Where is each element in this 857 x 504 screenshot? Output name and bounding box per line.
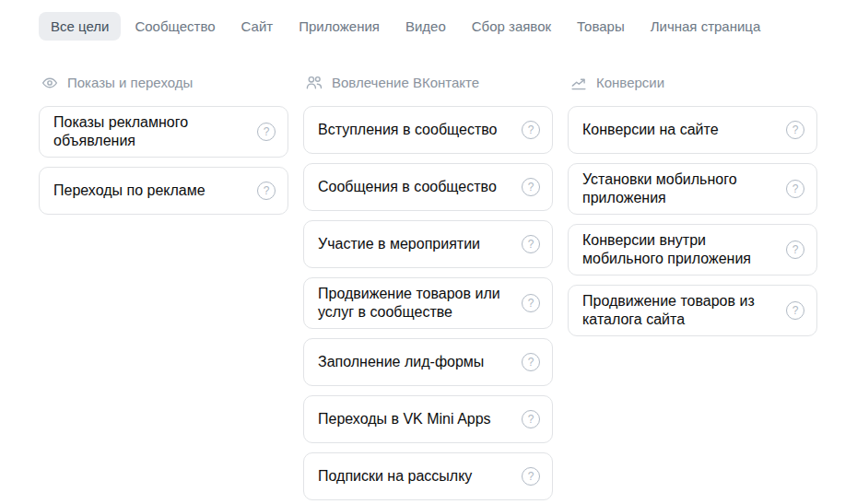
goal-card[interactable]: Переходы в VK Mini Apps ? <box>303 395 553 443</box>
tab-site[interactable]: Сайт <box>229 12 286 41</box>
section-title: Вовлечение ВКонтакте <box>332 74 479 92</box>
goal-card-label: Продвижение товаров или услуг в сообщест… <box>318 285 512 322</box>
help-icon[interactable]: ? <box>257 123 276 141</box>
goal-card-list: Вступления в сообщество ? Сообщения в со… <box>303 106 553 500</box>
goal-card-label: Показы рекламного объявления <box>53 113 248 150</box>
goal-section-conversions: Конверсии Конверсии на сайте ? Установки… <box>568 74 817 336</box>
tab-video[interactable]: Видео <box>393 12 458 41</box>
tab-personal-page[interactable]: Личная страница <box>639 12 773 41</box>
question-mark-glyph: ? <box>264 185 270 196</box>
goal-card-label: Вступления в сообщество <box>318 121 497 139</box>
help-icon[interactable]: ? <box>522 121 540 139</box>
goal-card[interactable]: Переходы по рекламе ? <box>39 167 288 215</box>
goal-card[interactable]: Установки мобильного приложения ? <box>568 163 817 215</box>
goal-section-impressions-and-clicks: Показы и переходы Показы рекламного объя… <box>39 74 288 215</box>
section-header: Показы и переходы <box>41 74 288 92</box>
goal-card-label: Переходы в VK Mini Apps <box>318 410 491 428</box>
help-icon[interactable]: ? <box>257 182 276 200</box>
goal-card-label: Продвижение товаров из каталога сайта <box>582 292 777 329</box>
tab-all-goals[interactable]: Все цели <box>39 12 121 41</box>
goal-card-label: Сообщения в сообщество <box>318 178 497 196</box>
question-mark-glyph: ? <box>528 182 534 193</box>
question-mark-glyph: ? <box>792 244 799 255</box>
goal-card-label: Заполнение лид-формы <box>318 353 484 371</box>
question-mark-glyph: ? <box>528 239 534 250</box>
goal-card-list: Показы рекламного объявления ? Переходы … <box>39 106 288 215</box>
tab-lead-forms[interactable]: Сбор заявок <box>460 12 563 41</box>
goal-card[interactable]: Конверсии на сайте ? <box>568 106 817 154</box>
tab-community[interactable]: Сообщество <box>123 12 227 41</box>
section-title: Конверсии <box>596 74 664 92</box>
section-title: Показы и переходы <box>67 74 193 92</box>
question-mark-glyph: ? <box>528 298 534 309</box>
goal-card-label: Конверсии внутри мобильного приложения <box>582 231 777 268</box>
trending-up-icon <box>569 74 588 92</box>
goal-card[interactable]: Показы рекламного объявления ? <box>39 106 288 158</box>
goal-card-label: Переходы по рекламе <box>53 182 205 200</box>
help-icon[interactable]: ? <box>522 235 540 253</box>
question-mark-glyph: ? <box>264 126 270 137</box>
help-icon[interactable]: ? <box>522 467 540 486</box>
help-icon[interactable]: ? <box>522 178 540 196</box>
question-mark-glyph: ? <box>792 183 799 194</box>
goal-card[interactable]: Подписки на рассылку ? <box>303 452 553 500</box>
help-icon[interactable]: ? <box>522 294 540 312</box>
goal-card[interactable]: Продвижение товаров из каталога сайта ? <box>568 285 817 336</box>
help-icon[interactable]: ? <box>786 180 804 198</box>
goal-card-label: Установки мобильного приложения <box>582 170 777 207</box>
question-mark-glyph: ? <box>528 414 534 425</box>
goal-card-label: Конверсии на сайте <box>582 121 719 139</box>
question-mark-glyph: ? <box>792 124 799 135</box>
goal-card[interactable]: Заполнение лид-формы ? <box>303 338 553 386</box>
goal-picker-page: Все целиСообществоСайтПриложенияВидеоСбо… <box>0 0 857 500</box>
question-mark-glyph: ? <box>528 124 534 135</box>
section-header: Вовлечение ВКонтакте <box>305 74 553 92</box>
question-mark-glyph: ? <box>528 471 534 482</box>
help-icon[interactable]: ? <box>786 240 804 259</box>
goal-section-vk-engagement: Вовлечение ВКонтакте Вступления в сообще… <box>303 74 553 500</box>
goal-card[interactable]: Сообщения в сообщество ? <box>303 163 553 211</box>
question-mark-glyph: ? <box>792 305 799 316</box>
goal-card[interactable]: Вступления в сообщество ? <box>303 106 553 154</box>
goal-columns: Показы и переходы Показы рекламного объя… <box>39 74 818 500</box>
help-icon[interactable]: ? <box>786 121 804 139</box>
goal-category-tabs: Все целиСообществоСайтПриложенияВидеоСбо… <box>39 12 818 41</box>
goal-card[interactable]: Продвижение товаров или услуг в сообщест… <box>303 277 553 329</box>
tab-apps[interactable]: Приложения <box>287 12 392 41</box>
question-mark-glyph: ? <box>528 357 534 368</box>
users-icon <box>305 74 323 92</box>
help-icon[interactable]: ? <box>786 301 804 320</box>
tab-products[interactable]: Товары <box>565 12 637 41</box>
help-icon[interactable]: ? <box>522 410 540 428</box>
goal-card-label: Участие в мероприятии <box>318 235 480 253</box>
goal-card-label: Подписки на рассылку <box>318 467 472 486</box>
goal-card[interactable]: Участие в мероприятии ? <box>303 220 553 268</box>
goal-card[interactable]: Конверсии внутри мобильного приложения ? <box>568 224 817 275</box>
section-header: Конверсии <box>569 74 817 92</box>
help-icon[interactable]: ? <box>522 353 540 371</box>
goal-card-list: Конверсии на сайте ? Установки мобильног… <box>568 106 817 336</box>
eye-icon <box>41 74 59 92</box>
